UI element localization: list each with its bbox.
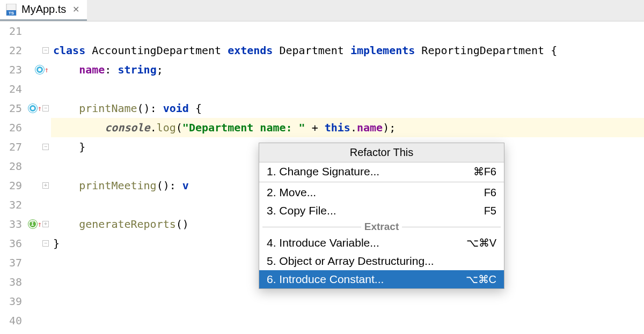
line-number: 28 [4,157,22,176]
gutter-row: 26 [0,118,51,137]
popup-title: Refactor This [259,143,504,162]
override-marker-icon[interactable] [35,65,44,74]
gutter-row: 32 [0,195,51,214]
code-line[interactable] [51,21,644,41]
gutter-row: 33↑+ [0,214,51,234]
refactor-menu-item[interactable]: 6. Introduce Constant...⌥⌘C [259,270,504,288]
code-line[interactable]: class AccountingDepartment extends Depar… [51,41,644,60]
menu-item-shortcut: F5 [484,205,496,217]
refactor-menu-item[interactable]: 2. Move...F6 [259,183,504,202]
line-number: 22 [4,41,22,60]
gutter-row: 22− [0,41,51,60]
fold-toggle-icon[interactable]: − [42,47,49,54]
typescript-file-icon: TS [5,4,17,16]
line-number: 24 [4,79,22,99]
editor: 2122−23↑2425↑−2627−2829+3233↑+36−3738394… [0,21,644,330]
refactor-menu-item[interactable]: 1. Change Signature...⌘F6 [259,162,504,181]
menu-item-shortcut: ⌘F6 [473,165,496,178]
gutter-row: 23↑ [0,60,51,79]
navigate-up-icon[interactable]: ↑ [38,214,42,234]
code-line[interactable] [51,292,644,311]
fold-toggle-icon[interactable]: − [42,240,49,247]
gutter-row: 25↑− [0,99,51,118]
fold-toggle-icon[interactable]: − [42,105,49,112]
tab-bar: TS MyApp.ts ✕ [0,0,644,21]
code-area[interactable]: class AccountingDepartment extends Depar… [51,21,644,330]
navigate-up-icon[interactable]: ↑ [45,60,49,79]
tab-myapp[interactable]: TS MyApp.ts ✕ [0,0,87,21]
menu-item-shortcut: ⌥⌘V [466,236,496,249]
gutter-row: 21 [0,21,51,41]
gutter-row: 37 [0,253,51,272]
gutter-row: 39 [0,292,51,311]
gutter-row: 24 [0,79,51,99]
refactor-menu-item[interactable]: 5. Object or Array Destructuring... [259,252,504,270]
line-number: 33 [4,214,22,234]
fold-toggle-icon[interactable]: + [42,182,49,189]
code-line[interactable] [51,79,644,99]
refactor-menu-item[interactable]: 3. Copy File...F5 [259,202,504,220]
menu-item-label: 6. Introduce Constant... [267,273,384,286]
gutter: 2122−23↑2425↑−2627−2829+3233↑+36−3738394… [0,21,51,330]
gutter-row: 36− [0,234,51,253]
svg-text:TS: TS [9,11,14,16]
line-number: 29 [4,176,22,195]
code-line[interactable]: name: string; [51,60,644,79]
menu-item-label: 4. Introduce Variable... [267,236,379,249]
menu-item-label: 1. Change Signature... [267,165,379,178]
line-number: 40 [4,311,22,330]
line-number: 39 [4,292,22,311]
gutter-row: 28 [0,157,51,176]
tab-filename: MyApp.ts [21,3,66,16]
navigate-up-icon[interactable]: ↑ [38,99,42,118]
line-number: 37 [4,253,22,272]
gutter-row: 38 [0,272,51,292]
line-number: 27 [4,137,22,157]
line-number: 38 [4,272,22,292]
gutter-row: 27− [0,137,51,157]
refactor-popup: Refactor This 1. Change Signature...⌘F62… [259,143,504,289]
menu-item-label: 5. Object or Array Destructuring... [267,255,434,268]
gutter-row: 40 [0,311,51,330]
code-line-current[interactable]: console.log("Department name: " + this.n… [51,118,644,137]
close-icon[interactable]: ✕ [72,4,79,14]
code-line[interactable] [51,311,644,330]
menu-item-shortcut: ⌥⌘C [466,273,496,286]
line-number: 23 [4,60,22,79]
code-line[interactable]: printName(): void { [51,99,644,118]
menu-item-label: 2. Move... [267,186,316,199]
fold-toggle-icon[interactable]: + [42,221,49,227]
gutter-row: 29+ [0,176,51,195]
override-marker-icon[interactable] [28,104,37,113]
line-number: 36 [4,234,22,253]
popup-section-extract: Extract [259,220,504,234]
line-number: 25 [4,99,22,118]
implements-marker-icon[interactable] [28,220,37,228]
fold-toggle-icon[interactable]: − [42,144,49,150]
line-number: 26 [4,118,22,137]
line-number: 32 [4,195,22,214]
refactor-menu-item[interactable]: 4. Introduce Variable...⌥⌘V [259,234,504,252]
menu-item-label: 3. Copy File... [267,204,336,217]
menu-item-shortcut: F6 [484,187,496,199]
line-number: 21 [4,21,22,41]
